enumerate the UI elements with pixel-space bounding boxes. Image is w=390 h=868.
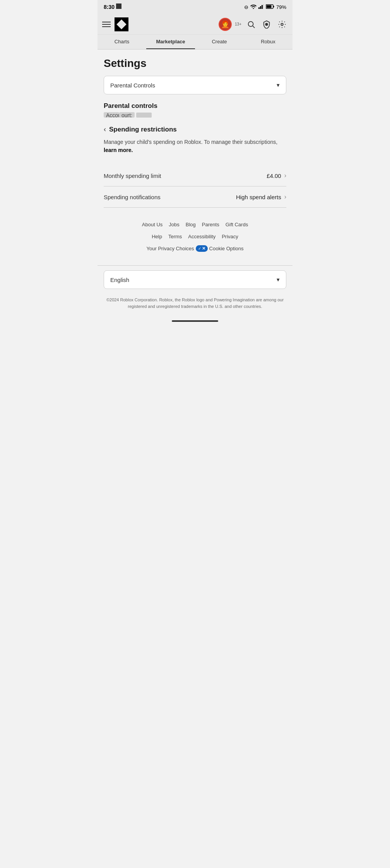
cookie-options-link[interactable]: Cookie Options bbox=[209, 244, 244, 253]
age-badge: 13+ bbox=[235, 22, 241, 26]
nav-tabs: Charts Marketplace Create Robux bbox=[98, 35, 292, 50]
chevron-right-icon-2: › bbox=[284, 193, 286, 200]
roblox-logo-inner bbox=[116, 19, 126, 29]
back-title: Spending restrictions bbox=[109, 126, 177, 133]
svg-rect-3 bbox=[263, 4, 264, 9]
footer-link-about[interactable]: About Us bbox=[142, 220, 162, 229]
hamburger-menu-icon[interactable] bbox=[102, 22, 111, 27]
home-indicator bbox=[98, 317, 292, 326]
avatar[interactable]: 🧑‍🦰 bbox=[219, 18, 232, 31]
footer-links-row-1: About Us Jobs Blog Parents Gift Cards bbox=[104, 220, 286, 229]
back-arrow-icon: ‹ bbox=[104, 125, 106, 133]
wifi-icon bbox=[250, 4, 257, 10]
section-title: Parental controls bbox=[104, 102, 286, 110]
footer-links-row-2: Help Terms Accessibility Privacy bbox=[104, 232, 286, 241]
chevron-down-icon: ▾ bbox=[277, 82, 280, 89]
privacy-check-icon: ✓ bbox=[198, 246, 201, 251]
parental-controls-dropdown[interactable]: Parental Controls ▾ bbox=[104, 76, 286, 94]
footer-link-jobs[interactable]: Jobs bbox=[169, 220, 179, 229]
spending-notifications-value-row: High spend alerts › bbox=[236, 193, 286, 200]
footer-link-privacy[interactable]: Privacy bbox=[222, 232, 238, 241]
svg-rect-2 bbox=[262, 5, 263, 9]
footer-link-terms[interactable]: Terms bbox=[168, 232, 182, 241]
shield-icon[interactable] bbox=[261, 19, 272, 30]
back-row[interactable]: ‹ Spending restrictions bbox=[104, 125, 286, 133]
footer-link-parents[interactable]: Parents bbox=[202, 220, 219, 229]
account-label: Account: bbox=[104, 112, 119, 118]
battery-percent: 79% bbox=[276, 4, 286, 10]
tab-charts[interactable]: Charts bbox=[98, 35, 146, 49]
gear-icon[interactable] bbox=[276, 19, 288, 30]
language-label: English bbox=[110, 277, 129, 283]
settings-list: Monthly spending limit £4.00 › Spending … bbox=[104, 165, 286, 208]
language-selector[interactable]: English ▾ bbox=[104, 270, 286, 289]
status-icons: ⊖ 79% bbox=[244, 4, 286, 10]
svg-line-8 bbox=[253, 26, 255, 28]
language-chevron-down-icon: ▾ bbox=[277, 276, 280, 283]
high-spend-alerts-value: High spend alerts bbox=[236, 194, 281, 200]
account-info: Account:ourt: bbox=[104, 111, 286, 118]
privacy-x-icon: ✕ bbox=[202, 246, 205, 251]
footer-privacy-row: Your Privacy Choices ✓ ✕ Cookie Options bbox=[104, 244, 286, 253]
spending-notifications-row[interactable]: Spending notifications High spend alerts… bbox=[104, 186, 286, 208]
search-icon[interactable] bbox=[245, 19, 257, 30]
monthly-spending-limit-row[interactable]: Monthly spending limit £4.00 › bbox=[104, 165, 286, 186]
learn-more-link[interactable]: learn more. bbox=[104, 147, 133, 153]
svg-point-7 bbox=[248, 21, 253, 26]
svg-rect-0 bbox=[258, 7, 260, 9]
home-bar bbox=[172, 320, 218, 322]
svg-rect-5 bbox=[266, 5, 271, 8]
status-bar: 8:30 ⊖ 79% bbox=[98, 0, 292, 14]
svg-rect-6 bbox=[273, 6, 274, 7]
main-content: Settings Parental Controls ▾ Parental co… bbox=[98, 50, 292, 208]
roblox-logo[interactable] bbox=[115, 17, 128, 31]
tab-marketplace[interactable]: Marketplace bbox=[146, 35, 195, 49]
monthly-spending-limit-value-row: £4.00 › bbox=[267, 172, 286, 179]
svg-point-9 bbox=[265, 23, 268, 26]
footer-link-accessibility[interactable]: Accessibility bbox=[188, 232, 216, 241]
monthly-spending-limit-value: £4.00 bbox=[267, 173, 281, 179]
chevron-right-icon: › bbox=[284, 172, 286, 179]
status-square-icon bbox=[116, 3, 121, 9]
nav-left bbox=[102, 17, 128, 31]
avatar-face: 🧑‍🦰 bbox=[221, 20, 229, 29]
footer-link-help[interactable]: Help bbox=[152, 232, 162, 241]
description: Manage your child's spending on Roblox. … bbox=[104, 138, 286, 154]
tab-robux[interactable]: Robux bbox=[244, 35, 292, 49]
nav-right: 🧑‍🦰 13+ bbox=[219, 18, 288, 31]
footer-link-giftcards[interactable]: Gift Cards bbox=[226, 220, 248, 229]
footer-link-blog[interactable]: Blog bbox=[186, 220, 196, 229]
footer-divider bbox=[98, 265, 292, 266]
spending-notifications-label: Spending notifications bbox=[104, 194, 161, 200]
dropdown-label: Parental Controls bbox=[110, 82, 155, 89]
svg-point-10 bbox=[281, 23, 283, 26]
svg-rect-1 bbox=[260, 6, 261, 9]
footer: About Us Jobs Blog Parents Gift Cards He… bbox=[98, 208, 292, 261]
top-nav: 🧑‍🦰 13+ bbox=[98, 14, 292, 35]
page-title: Settings bbox=[104, 57, 286, 70]
status-time: 8:30 bbox=[104, 3, 121, 10]
signal-icon bbox=[258, 4, 264, 10]
account-value-redacted bbox=[136, 113, 152, 118]
account-value-label: ourt: bbox=[119, 112, 135, 118]
privacy-choices-label[interactable]: Your Privacy Choices bbox=[147, 246, 194, 251]
privacy-badge[interactable]: ✓ ✕ bbox=[196, 245, 208, 252]
battery-icon bbox=[266, 4, 274, 10]
monthly-spending-limit-label: Monthly spending limit bbox=[104, 173, 161, 179]
dnd-icon: ⊖ bbox=[244, 4, 248, 10]
tab-create[interactable]: Create bbox=[195, 35, 244, 49]
copyright: ©2024 Roblox Corporation. Roblox, the Ro… bbox=[98, 294, 292, 317]
